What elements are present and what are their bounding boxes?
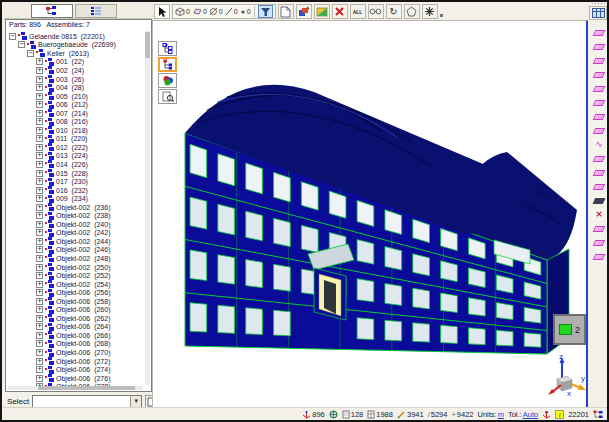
plane-stack-button[interactable] — [590, 124, 608, 137]
fit-all-button[interactable]: ALL — [350, 4, 366, 19]
zoom-document-button[interactable] — [158, 89, 177, 104]
plane-wing-button[interactable] — [590, 250, 608, 263]
tree-expander[interactable]: + — [36, 127, 43, 134]
tree-item[interactable]: +008 (216) — [7, 117, 144, 126]
model-viewport[interactable]: 2 z y x — [152, 20, 588, 408]
tree-item[interactable]: +Objekt-002 (240) — [7, 220, 144, 229]
filter-plate[interactable]: 0 — [192, 7, 207, 16]
tree-expander[interactable]: + — [36, 298, 43, 305]
tree-item[interactable]: +Objekt-006 (256) — [7, 288, 144, 297]
tab-tree-hierarchy[interactable] — [31, 4, 73, 18]
tree-item[interactable]: +011 (220) — [7, 135, 144, 144]
tree-item[interactable]: +Objekt-002 (252) — [7, 271, 144, 280]
tree-expander[interactable]: + — [36, 289, 43, 296]
filter-line[interactable]: 0 — [225, 7, 238, 16]
tree-expander[interactable]: + — [36, 118, 43, 125]
part-structure-button[interactable] — [158, 57, 177, 72]
tree-item[interactable]: +015 (228) — [7, 169, 144, 178]
tree-item[interactable]: −Keller (2613) — [7, 49, 144, 58]
plane-ribbon-button[interactable] — [590, 152, 608, 165]
tree-item[interactable]: +Objekt-006 (264) — [7, 323, 144, 332]
tree-expander[interactable]: + — [36, 221, 43, 228]
tree-expander[interactable]: + — [36, 170, 43, 177]
tree-expander[interactable]: + — [36, 144, 43, 151]
hide-object-button[interactable]: ✕ — [590, 208, 608, 221]
tree-expander[interactable]: + — [36, 135, 43, 142]
phase-panel[interactable]: 2 — [553, 314, 586, 345]
tree-expander[interactable]: + — [36, 264, 43, 271]
tree-item[interactable]: +Objekt-006 (262) — [7, 314, 144, 323]
plane-pair-button[interactable] — [590, 96, 608, 109]
tree-item[interactable]: +007 (214) — [7, 109, 144, 118]
tree-expander[interactable]: + — [36, 152, 43, 159]
crossed-planes-button[interactable] — [590, 26, 608, 39]
tree-vertical-scrollbar[interactable] — [145, 31, 150, 385]
tree-item[interactable]: +Objekt-006 (268) — [7, 340, 144, 349]
tree-item[interactable]: +009 (234) — [7, 194, 144, 203]
tree-item[interactable]: +Objekt-006 (276) — [7, 374, 144, 383]
tree-expander[interactable]: + — [36, 272, 43, 279]
tree-item[interactable]: −Buerogebaeude (22699) — [7, 41, 144, 50]
tree-expander[interactable]: + — [36, 204, 43, 211]
tree-item[interactable]: +002 (24) — [7, 66, 144, 75]
link-views-button[interactable] — [368, 4, 384, 19]
tree-item[interactable]: +Objekt-002 (244) — [7, 237, 144, 246]
tree-expander[interactable]: + — [36, 366, 43, 373]
tree-item[interactable]: +001 (22) — [7, 58, 144, 67]
tree-item[interactable]: +017 (230) — [7, 177, 144, 186]
scrollbar-thumb[interactable] — [38, 386, 135, 390]
tree-item[interactable]: +014 (226) — [7, 160, 144, 169]
status-tolerance[interactable]: Tol.: Auto — [508, 410, 538, 419]
plane-mirror-button[interactable] — [590, 110, 608, 123]
dark-grid-button[interactable] — [590, 194, 608, 207]
tree-item[interactable]: +Objekt-002 (242) — [7, 229, 144, 238]
tree-item[interactable]: +Objekt-002 (248) — [7, 254, 144, 263]
tree-item[interactable]: +Objekt-006 (260) — [7, 306, 144, 315]
tree-item[interactable]: +Objekt-006 (272) — [7, 357, 144, 366]
selection-filter-button[interactable] — [258, 5, 273, 18]
tree-item[interactable]: +Objekt-002 (250) — [7, 263, 144, 272]
tree-expander[interactable]: + — [36, 255, 43, 262]
filter-point[interactable]: 0 — [240, 7, 251, 16]
tree-expander[interactable]: − — [9, 33, 16, 40]
combobox-dropdown-icon[interactable]: ▼ — [130, 396, 141, 407]
plane-flip-arrow-button[interactable] — [590, 68, 608, 81]
tree-expander[interactable]: + — [36, 178, 43, 185]
tree-item[interactable]: +Objekt-006 (258) — [7, 297, 144, 306]
tree-expander[interactable]: + — [36, 246, 43, 253]
tree-item[interactable]: +006 (212) — [7, 100, 144, 109]
tree-item[interactable]: +Objekt-002 (238) — [7, 211, 144, 220]
shaded-view-button[interactable] — [314, 4, 330, 19]
tree-item[interactable]: +Objekt-002 (246) — [7, 246, 144, 255]
toolbar-overflow-dot[interactable] — [440, 14, 443, 17]
status-tree-icon[interactable] — [593, 410, 603, 419]
tree-expander[interactable]: + — [36, 110, 43, 117]
scrollbar-thumb[interactable] — [145, 32, 150, 58]
tab-list-view[interactable] — [75, 4, 117, 18]
plane-figure-button[interactable] — [590, 180, 608, 193]
tree-expander[interactable]: + — [36, 187, 43, 194]
tree-expander[interactable]: + — [36, 93, 43, 100]
tree-item[interactable]: +Objekt-006 (266) — [7, 331, 144, 340]
tree-expander[interactable]: + — [36, 306, 43, 313]
tree-expander[interactable]: + — [36, 76, 43, 83]
status-units[interactable]: Units: m — [478, 410, 504, 419]
select-cursor-button[interactable] — [154, 4, 170, 19]
tree-expander[interactable]: + — [36, 212, 43, 219]
tree-item[interactable]: +Objekt-006 (270) — [7, 348, 144, 357]
tree-expander[interactable]: − — [27, 50, 34, 57]
filter-bolt[interactable]: 0 — [209, 7, 223, 16]
tree-item[interactable]: +Objekt-002 (236) — [7, 203, 144, 212]
plane-outline-button[interactable] — [590, 166, 608, 179]
tree-expander[interactable]: + — [36, 195, 43, 202]
tree-expander[interactable]: + — [36, 358, 43, 365]
snap-settings-button[interactable] — [422, 4, 438, 19]
tree-expander[interactable]: − — [18, 41, 25, 48]
tree-item[interactable]: +016 (232) — [7, 186, 144, 195]
toolbar-drag-handle[interactable] — [591, 2, 605, 5]
plane-globe-button[interactable] — [590, 54, 608, 67]
tree-expander[interactable]: + — [36, 315, 43, 322]
tree-expander[interactable]: + — [36, 84, 43, 91]
tree-item[interactable]: +Objekt-006 (274) — [7, 365, 144, 374]
tilted-plane-button[interactable] — [590, 40, 608, 53]
